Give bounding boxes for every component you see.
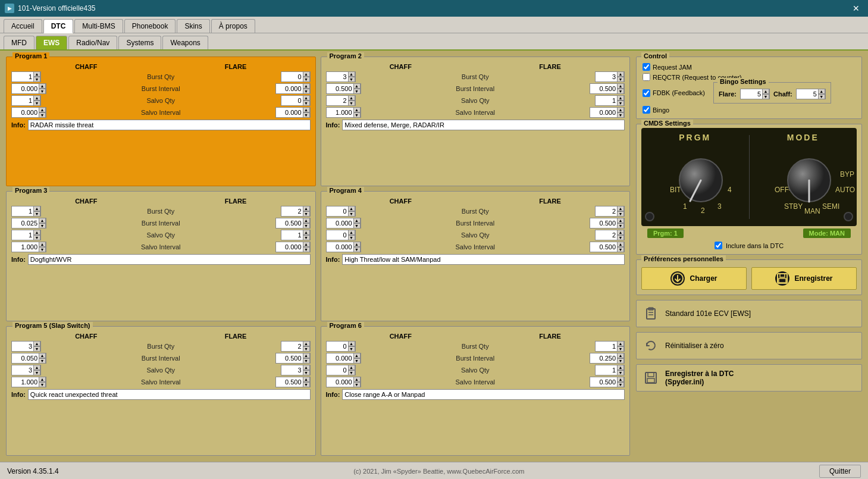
dn-btn[interactable]: ▼ (303, 223, 310, 228)
up-btn[interactable]: ▲ (33, 206, 40, 211)
prog6-flare-burst-int-input[interactable] (590, 353, 617, 363)
charger-button[interactable]: Charger (641, 267, 747, 290)
up-btn[interactable]: ▲ (818, 89, 825, 94)
up-btn[interactable]: ▲ (348, 365, 355, 370)
up-btn[interactable]: ▲ (617, 242, 624, 247)
dn-btn[interactable]: ▼ (617, 77, 624, 82)
quit-button[interactable]: Quitter (819, 465, 861, 478)
up-btn[interactable]: ▲ (617, 365, 624, 370)
prog1-flare-burst-qty[interactable]: ▲▼ (281, 71, 311, 82)
dn-btn[interactable]: ▼ (348, 101, 355, 106)
prog5-flare-salvo-int-input[interactable] (276, 377, 303, 387)
request-jam-checkbox[interactable] (643, 63, 650, 71)
up-btn[interactable]: ▲ (39, 353, 46, 358)
fdbk-checkbox[interactable] (643, 89, 650, 97)
prog6-chaff-salvo-qty-input[interactable] (327, 365, 348, 375)
prog5-chaff-burst-int-input[interactable] (12, 353, 39, 363)
dn-btn[interactable]: ▼ (762, 94, 769, 99)
prog1-flare-salvo-qty[interactable]: ▲▼ (281, 95, 311, 106)
dn-btn[interactable]: ▼ (353, 223, 361, 228)
up-btn[interactable]: ▲ (353, 218, 361, 223)
tab-systems[interactable]: Systems (118, 36, 161, 49)
prog2-chaff-burst-qty-input[interactable] (327, 72, 348, 82)
prog4-info-input[interactable] (342, 254, 625, 265)
up-btn[interactable]: ▲ (303, 242, 310, 247)
dn-btn[interactable]: ▼ (348, 211, 355, 217)
dn-btn[interactable]: ▼ (303, 112, 310, 118)
prog1-chaff-burst-int-input[interactable] (12, 84, 39, 93)
prog3-flare-burst-int-input[interactable] (276, 218, 303, 228)
up-btn[interactable]: ▲ (33, 95, 40, 101)
up-btn[interactable]: ▲ (617, 95, 624, 101)
dn-btn[interactable]: ▼ (617, 382, 624, 387)
flare-bingo-input[interactable] (741, 89, 762, 99)
dn-btn[interactable]: ▼ (303, 358, 310, 364)
prog5-flare-salvo-qty-input[interactable] (281, 365, 303, 375)
prog1-flare-burst-qty-input[interactable] (281, 72, 303, 82)
dn-btn[interactable]: ▼ (39, 223, 46, 228)
dn-btn[interactable]: ▼ (33, 101, 40, 106)
dn-btn[interactable]: ▼ (348, 235, 355, 240)
prog1-chaff-salvo-qty-input[interactable] (12, 96, 33, 105)
prog6-flare-salvo-int-input[interactable] (590, 377, 617, 387)
up-btn[interactable]: ▲ (353, 107, 361, 112)
up-btn[interactable]: ▲ (617, 83, 624, 89)
up-btn[interactable]: ▲ (33, 71, 40, 77)
up-btn[interactable]: ▲ (303, 107, 310, 112)
prog3-flare-burst-qty-input[interactable] (281, 206, 303, 216)
prog1-chaff-salvo-int[interactable]: ▲▼ (11, 107, 46, 118)
dn-btn[interactable]: ▼ (303, 370, 310, 375)
prog2-flare-burst-qty-input[interactable] (596, 72, 617, 82)
dn-btn[interactable]: ▼ (617, 223, 624, 228)
dn-btn[interactable]: ▼ (353, 358, 361, 364)
reinitialiser-button[interactable]: Réinitialiser à zéro (636, 332, 862, 359)
prog2-chaff-burst-int-input[interactable] (327, 84, 353, 93)
dn-btn[interactable]: ▼ (617, 247, 624, 252)
up-btn[interactable]: ▲ (303, 353, 310, 358)
dn-btn[interactable]: ▼ (818, 94, 825, 99)
prog1-chaff-burst-qty-input[interactable] (12, 72, 33, 82)
tab-weapons[interactable]: Weapons (162, 36, 208, 49)
up-btn[interactable]: ▲ (303, 230, 310, 235)
up-btn[interactable]: ▲ (39, 107, 46, 112)
prog5-chaff-burst-qty-input[interactable] (12, 342, 33, 351)
tab-phonebook[interactable]: Phonebook (124, 19, 176, 33)
up-btn[interactable]: ▲ (303, 71, 310, 77)
dn-btn[interactable]: ▼ (39, 112, 46, 118)
tab-multi-bms[interactable]: Multi-BMS (74, 19, 123, 33)
dn-btn[interactable]: ▼ (303, 101, 310, 106)
up-btn[interactable]: ▲ (303, 365, 310, 370)
up-btn[interactable]: ▲ (348, 206, 355, 211)
tab-accueil[interactable]: Accueil (4, 19, 42, 33)
up-btn[interactable]: ▲ (39, 83, 46, 89)
dn-btn[interactable]: ▼ (33, 235, 40, 240)
dn-btn[interactable]: ▼ (303, 89, 310, 94)
prog1-chaff-burst-int[interactable]: ▲▼ (11, 83, 46, 94)
prog6-chaff-salvo-int-input[interactable] (327, 377, 353, 387)
dn-btn[interactable]: ▼ (617, 235, 624, 240)
prog3-chaff-salvo-qty-input[interactable] (12, 230, 33, 240)
prog4-flare-burst-int-input[interactable] (590, 218, 617, 228)
prog4-chaff-salvo-qty-input[interactable] (327, 230, 348, 240)
prog6-flare-burst-qty-input[interactable] (596, 342, 617, 351)
up-btn[interactable]: ▲ (348, 71, 355, 77)
dn-btn[interactable]: ▼ (39, 247, 46, 252)
prgm-knob-svg[interactable]: BIT— 1 2 3 4 (665, 145, 737, 216)
prog1-chaff-salvo-qty[interactable]: ▲▼ (11, 95, 41, 106)
up-btn[interactable]: ▲ (617, 71, 624, 77)
prog3-chaff-burst-int-input[interactable] (12, 218, 39, 228)
tab-ews[interactable]: EWS (36, 36, 67, 49)
up-btn[interactable]: ▲ (353, 377, 361, 382)
dn-btn[interactable]: ▼ (348, 346, 355, 352)
prog1-flare-salvo-qty-input[interactable] (281, 96, 303, 105)
dn-btn[interactable]: ▼ (617, 346, 624, 352)
prog1-flare-salvo-int-input[interactable] (276, 108, 303, 117)
dn-btn[interactable]: ▼ (348, 370, 355, 375)
prog2-flare-salvo-int-input[interactable] (590, 108, 617, 117)
up-btn[interactable]: ▲ (353, 83, 361, 89)
dn-btn[interactable]: ▼ (353, 382, 361, 387)
prog4-flare-salvo-qty-input[interactable] (596, 230, 617, 240)
dn-btn[interactable]: ▼ (33, 77, 40, 82)
prog5-chaff-salvo-int-input[interactable] (12, 377, 39, 387)
dn-btn[interactable]: ▼ (617, 358, 624, 364)
